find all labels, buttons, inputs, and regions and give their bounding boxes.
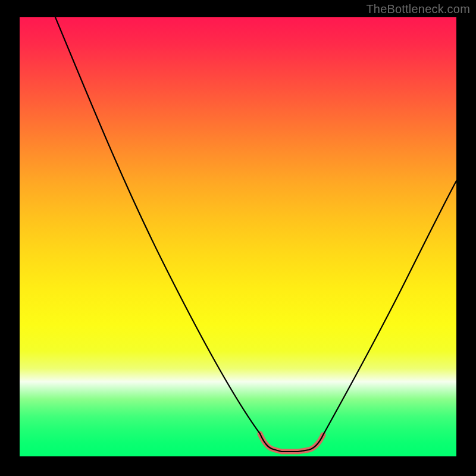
chart-frame: TheBottleneck.com <box>0 0 476 476</box>
bottleneck-curve-svg <box>20 17 456 456</box>
bottleneck-curve <box>55 17 456 452</box>
plot-area <box>20 17 456 456</box>
watermark-label: TheBottleneck.com <box>366 2 470 16</box>
optimal-range-highlight <box>260 434 323 452</box>
